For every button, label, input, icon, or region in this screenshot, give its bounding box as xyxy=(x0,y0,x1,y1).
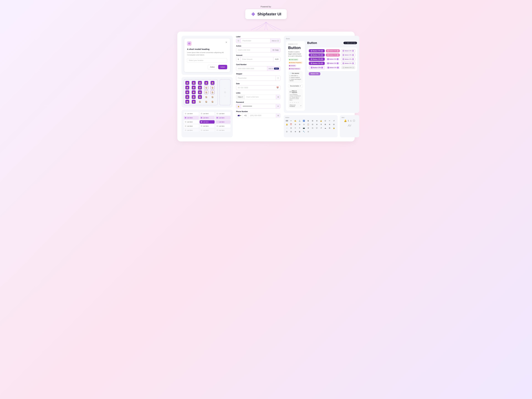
calendar-icon: 📅 xyxy=(276,87,279,89)
flag-icon: 🇦🇺 xyxy=(238,114,240,116)
cta-button-ghost-5b[interactable]: Button CTA xyxy=(326,66,340,69)
icon-cell: 🏠 xyxy=(204,81,208,85)
list-item: List item xyxy=(184,124,199,128)
cta-button-extra[interactable]: Button CTA xyxy=(309,72,320,75)
form-column: Label Add-on Action xyxy=(236,36,280,137)
list-item: List item xyxy=(200,112,215,115)
copy-icon xyxy=(272,49,274,51)
cta-button-purple-1[interactable]: Button CTA xyxy=(309,49,325,52)
action-icon: ⚓ xyxy=(298,120,301,122)
action-icon: ⊠ xyxy=(324,123,327,126)
btn-label: Button CTA xyxy=(329,54,336,56)
label-field-label: Label xyxy=(236,36,280,38)
icon-cell: 🏠 xyxy=(204,86,208,89)
cta-button-purple-4[interactable]: Button CTA xyxy=(309,62,325,65)
currency-select[interactable]: AUD xyxy=(273,57,280,62)
password-input[interactable] xyxy=(241,104,276,108)
modal-close-button[interactable]: ✕ xyxy=(225,41,227,44)
links-input-wrapper: https:// xyxy=(236,95,280,99)
amount-input[interactable] xyxy=(241,57,273,62)
list-item-text: List item xyxy=(219,125,224,127)
addon-text: Add-on xyxy=(272,40,277,42)
action-icon: ⊟ xyxy=(290,127,292,129)
cta-button-ghost-3[interactable]: Button CTA xyxy=(326,58,340,61)
phone-input[interactable] xyxy=(248,113,276,118)
swap-instances-badge: Swap Instances xyxy=(288,68,301,70)
date-input[interactable] xyxy=(236,85,280,90)
cta-button-purple-3[interactable]: Button CTA xyxy=(309,57,325,61)
action-icon: 🔒 xyxy=(332,127,335,129)
cta-button-outline-4[interactable]: Button CTA xyxy=(341,62,355,65)
action-icon: ☑ xyxy=(316,127,318,129)
flag-select[interactable]: 🇦🇺 ▾ xyxy=(236,113,243,118)
action-input[interactable] xyxy=(236,48,271,52)
modal-confirm-button[interactable]: Action xyxy=(218,65,227,69)
badge-dot-icon xyxy=(289,65,290,66)
list-dot xyxy=(185,130,186,131)
list-item-text: List item xyxy=(219,113,224,114)
warning-icon: ⚠ xyxy=(350,120,352,122)
label-input[interactable] xyxy=(241,38,270,43)
btn-label: Button CTA xyxy=(345,54,351,56)
documentation-button[interactable]: Documentation ↗ xyxy=(288,84,303,88)
action-icon: ⬇ xyxy=(320,123,323,126)
action-icon: ⊙ xyxy=(303,123,305,126)
btn-icon xyxy=(342,58,344,60)
cta-button-pink-1[interactable]: Button CTA xyxy=(326,49,340,52)
card-addon-text: Add-on xyxy=(269,68,273,70)
right-column: Button Shipfaster UI 2.8 Button A button… xyxy=(284,36,359,137)
swap-dot-icon xyxy=(289,68,290,69)
btn-label: Button CTA xyxy=(329,50,336,51)
cta-button-outline-2[interactable]: Button CTA xyxy=(341,53,355,57)
modal-cancel-button[interactable]: Action xyxy=(208,65,217,69)
icon-cell: 🏠 xyxy=(192,81,196,85)
label-addon-right: Add-on xyxy=(270,39,280,43)
list-dot xyxy=(185,113,186,114)
icons-grid-card: 🏠 🏠 🏠 🏠 🏠 🏠 🏠 🏠 🏠 🏠 🏠 🏠 🏠 🏠 🏠 🏠 xyxy=(182,77,233,108)
password-toggle[interactable]: 👁 xyxy=(276,104,280,108)
action-icon: ⊞ xyxy=(332,123,335,126)
cta-button-ghost-5[interactable]: Button CTA xyxy=(309,66,325,70)
stepper-input[interactable] xyxy=(236,76,276,80)
button-doc-panel: Shipfaster UI 2.8 Button A button is use… xyxy=(286,41,305,111)
links-input[interactable] xyxy=(245,95,276,99)
action-icon: ⊕ xyxy=(316,120,318,122)
action-icon: ↺ xyxy=(332,120,335,122)
variant-row-5: Button CTA Button CTA Button CTA xyxy=(309,66,355,70)
step-1: 1. Hold Shift +1 xyxy=(290,75,301,76)
action-icon: 🗑 xyxy=(298,130,301,133)
copy-button[interactable]: Copy xyxy=(271,48,280,52)
alert-icons: 🔔 ℹ ⚠ ⓘ xyxy=(342,120,358,122)
button-showcase: Button Shipfaster UI 2.8 Button A button… xyxy=(284,36,359,113)
btn-icon xyxy=(352,63,354,64)
help-title: 💬 Help us improve xyxy=(290,90,301,93)
circle-icon: ⓘ xyxy=(353,120,355,122)
location-select[interactable]: Select your location xyxy=(187,58,227,63)
cta-button-purple-2[interactable]: Button CTA xyxy=(309,53,325,57)
btn-icon xyxy=(342,54,344,56)
feedback-link[interactable]: Share your Feedback ↗ xyxy=(290,104,301,107)
cta-button-ghost-4[interactable]: Button CTA xyxy=(326,62,340,65)
feedback-section: 💬 Help us improve Your feedback means ev… xyxy=(288,89,303,108)
card-input[interactable] xyxy=(236,66,267,71)
icon-cell: 🏠 xyxy=(198,81,202,85)
cta-button-pink-2[interactable]: Button CTA xyxy=(326,53,340,57)
links-protocol: https:// xyxy=(236,95,245,99)
action-icon: 🔔 xyxy=(285,123,288,126)
svg-rect-2 xyxy=(273,50,274,51)
list-item-text: List item xyxy=(187,121,193,123)
btn-label: Button CTA xyxy=(313,67,321,69)
links-field-label: Links xyxy=(236,92,280,94)
stepper-chevron[interactable]: ▲ ▼ xyxy=(276,76,280,81)
icons-grid-side: › ⊞ › xyxy=(219,79,231,105)
cta-button-outline-3[interactable]: Button CTA xyxy=(341,57,355,61)
doc-title: Button xyxy=(288,46,303,50)
variant-row-2: Button CTA Button CTA Button CTA xyxy=(309,53,355,57)
cta-button-outline-1[interactable]: Button CTA xyxy=(341,49,355,52)
action-icon: ⊙ xyxy=(307,130,310,133)
list-item: List item xyxy=(215,129,231,132)
variant-row-4: Button CTA Button CTA Button CTA xyxy=(309,62,355,65)
select-copy-badge[interactable]: ⊙ Select and Copy xyxy=(343,42,357,44)
doc-version: Shipfaster UI 2.8 xyxy=(288,43,303,45)
icon-cell: 🏠 xyxy=(211,90,215,94)
